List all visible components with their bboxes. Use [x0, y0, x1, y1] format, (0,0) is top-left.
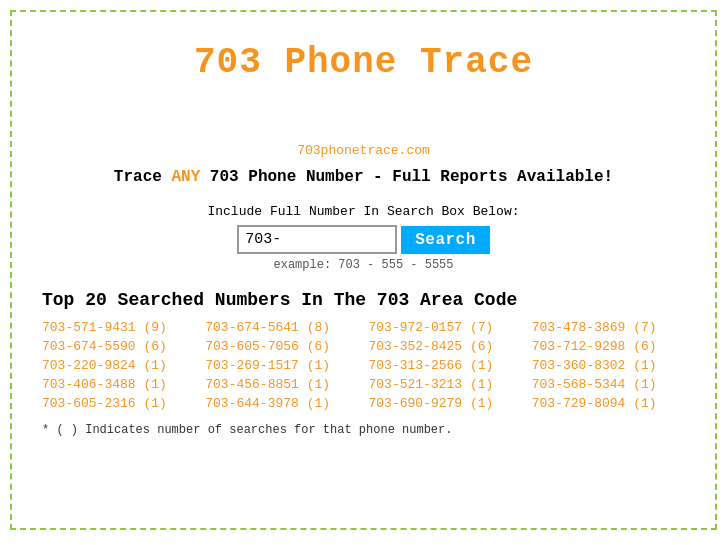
- number-link[interactable]: 703-712-9298 (6): [532, 339, 685, 354]
- tagline: Trace ANY 703 Phone Number - Full Report…: [42, 168, 685, 186]
- outer-border: 703 Phone Trace 703phonetrace.com Trace …: [10, 10, 717, 530]
- number-link[interactable]: 703-269-1517 (1): [205, 358, 358, 373]
- search-button[interactable]: Search: [401, 226, 490, 254]
- number-link[interactable]: 703-690-9279 (1): [369, 396, 522, 411]
- number-link[interactable]: 703-521-3213 (1): [369, 377, 522, 392]
- search-label: Include Full Number In Search Box Below:: [42, 204, 685, 219]
- spacer: [42, 93, 685, 143]
- example-text: example: 703 - 555 - 5555: [42, 258, 685, 272]
- search-input[interactable]: [237, 225, 397, 254]
- number-link[interactable]: 703-360-8302 (1): [532, 358, 685, 373]
- number-link[interactable]: 703-220-9824 (1): [42, 358, 195, 373]
- number-link[interactable]: 703-313-2566 (1): [369, 358, 522, 373]
- site-url: 703phonetrace.com: [42, 143, 685, 158]
- search-row: Search: [42, 225, 685, 254]
- number-link[interactable]: 703-478-3869 (7): [532, 320, 685, 335]
- top-numbers-title: Top 20 Searched Numbers In The 703 Area …: [42, 290, 685, 310]
- number-link[interactable]: 703-406-3488 (1): [42, 377, 195, 392]
- tagline-suffix: 703 Phone Number - Full Reports Availabl…: [200, 168, 613, 186]
- number-link[interactable]: 703-352-8425 (6): [369, 339, 522, 354]
- number-link[interactable]: 703-571-9431 (9): [42, 320, 195, 335]
- number-link[interactable]: 703-568-5344 (1): [532, 377, 685, 392]
- tagline-prefix: Trace: [114, 168, 172, 186]
- numbers-grid: 703-571-9431 (9)703-674-5641 (8)703-972-…: [42, 320, 685, 411]
- number-link[interactable]: 703-605-7056 (6): [205, 339, 358, 354]
- number-link[interactable]: 703-605-2316 (1): [42, 396, 195, 411]
- number-link[interactable]: 703-729-8094 (1): [532, 396, 685, 411]
- number-link[interactable]: 703-456-8851 (1): [205, 377, 358, 392]
- search-section: Include Full Number In Search Box Below:…: [42, 204, 685, 272]
- page-title: 703 Phone Trace: [42, 42, 685, 83]
- footnote: * ( ) Indicates number of searches for t…: [42, 423, 685, 437]
- number-link[interactable]: 703-674-5590 (6): [42, 339, 195, 354]
- number-link[interactable]: 703-674-5641 (8): [205, 320, 358, 335]
- number-link[interactable]: 703-972-0157 (7): [369, 320, 522, 335]
- tagline-any: ANY: [171, 168, 200, 186]
- number-link[interactable]: 703-644-3978 (1): [205, 396, 358, 411]
